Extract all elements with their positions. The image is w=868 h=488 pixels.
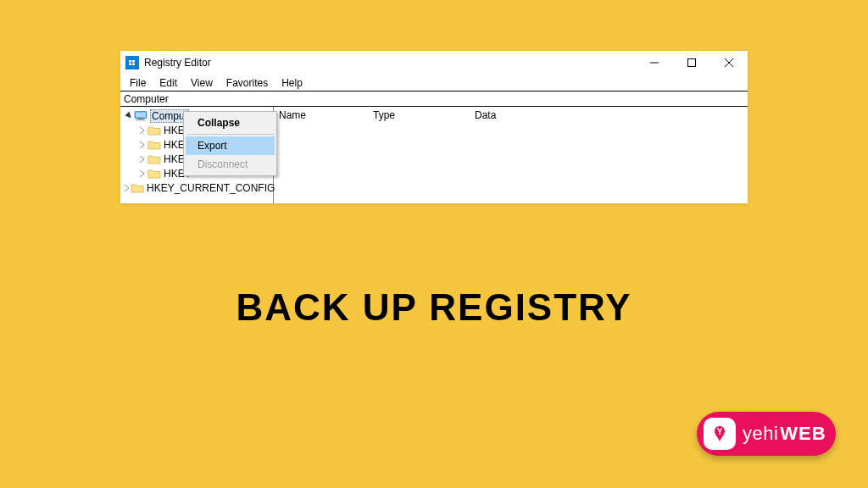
titlebar[interactable]: Registry Editor: [120, 51, 748, 75]
menubar: File Edit View Favorites Help: [120, 75, 748, 91]
folder-icon: [147, 125, 161, 136]
col-type[interactable]: Type: [373, 109, 475, 121]
menu-help[interactable]: Help: [275, 76, 309, 90]
logo-badge-icon: Y: [704, 418, 736, 450]
menu-view[interactable]: View: [185, 76, 219, 90]
context-menu: Collapse Export Disconnect: [183, 111, 277, 176]
svg-rect-10: [136, 112, 146, 117]
chevron-right-icon[interactable]: [137, 127, 147, 134]
svg-rect-0: [127, 58, 137, 68]
chevron-right-icon[interactable]: [137, 156, 147, 163]
logo-text-web: WEB: [780, 423, 826, 445]
window-title: Registry Editor: [144, 57, 636, 69]
column-headers: Name Type Data: [274, 107, 748, 124]
tree-item-label: HKEY_CURRENT_CONFIG: [147, 182, 275, 194]
logo-text-yehi: yehi: [743, 423, 778, 445]
chevron-right-icon[interactable]: [137, 170, 147, 177]
computer-icon: [134, 111, 147, 121]
ctx-separator: [186, 134, 274, 135]
svg-rect-12: [136, 119, 146, 121]
col-name[interactable]: Name: [277, 109, 373, 121]
address-bar[interactable]: Computer: [120, 91, 748, 107]
chevron-down-icon[interactable]: [124, 112, 134, 119]
svg-rect-3: [129, 64, 131, 66]
folder-icon: [131, 183, 144, 193]
col-data[interactable]: Data: [475, 109, 748, 121]
address-path: Computer: [124, 93, 169, 105]
svg-rect-1: [129, 60, 131, 63]
menu-file[interactable]: File: [124, 76, 152, 90]
folder-icon: [147, 140, 161, 150]
close-button[interactable]: [710, 51, 748, 75]
values-list[interactable]: Name Type Data: [274, 107, 748, 203]
ctx-collapse[interactable]: Collapse: [186, 114, 275, 132]
folder-icon: [147, 154, 161, 164]
folder-icon: [147, 169, 161, 179]
chevron-right-icon[interactable]: [124, 185, 131, 191]
ctx-export[interactable]: Export: [186, 136, 275, 155]
svg-rect-4: [132, 64, 135, 66]
menu-favorites[interactable]: Favorites: [220, 76, 274, 90]
svg-rect-2: [132, 60, 135, 63]
ctx-disconnect: Disconnect: [186, 155, 275, 174]
yehiweb-logo: Y yehi WEB: [697, 412, 836, 456]
page-caption: BACK UP REGISTRY: [0, 286, 868, 329]
minimize-button[interactable]: [636, 51, 673, 75]
svg-rect-6: [688, 59, 696, 67]
svg-text:Y: Y: [717, 427, 723, 436]
maximize-button[interactable]: [673, 51, 710, 75]
tree-item[interactable]: HKEY_CURRENT_CONFIG: [120, 180, 273, 195]
svg-rect-11: [137, 119, 144, 119]
menu-edit[interactable]: Edit: [153, 76, 183, 90]
chevron-right-icon[interactable]: [137, 141, 147, 148]
app-icon: [125, 56, 139, 69]
